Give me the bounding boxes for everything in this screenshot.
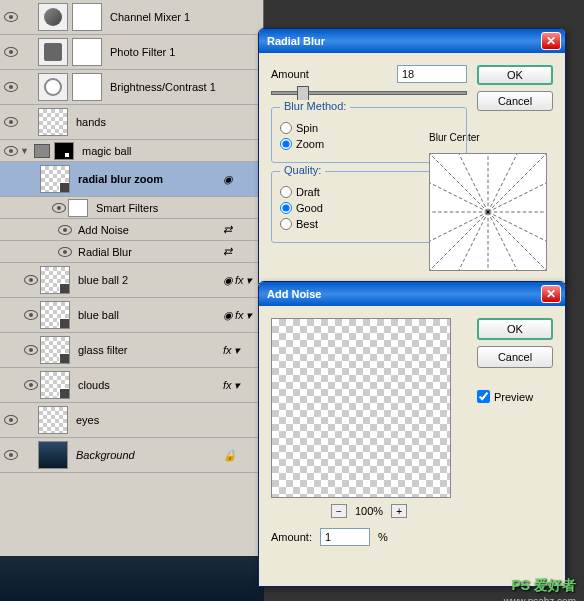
edit-filter-icon[interactable]: ⇄	[223, 245, 232, 258]
radial-blur-dialog: Radial Blur ✕ Amount Blur Method: Spin Z…	[258, 28, 566, 284]
zoom-out-button[interactable]: −	[331, 504, 347, 518]
layer-name: Channel Mixer 1	[106, 11, 263, 23]
chevron-down-icon[interactable]: ▾	[234, 379, 240, 392]
spin-radio[interactable]	[280, 122, 292, 134]
layer-name: magic ball	[78, 145, 263, 157]
amount-label: Amount	[271, 68, 309, 80]
blur-center-preview[interactable]	[429, 153, 547, 271]
dialog-titlebar[interactable]: Radial Blur ✕	[259, 29, 565, 53]
svg-line-6	[488, 183, 546, 212]
dialog-title-text: Add Noise	[263, 288, 541, 300]
zoom-radio[interactable]	[280, 138, 292, 150]
group-title: Blur Method:	[280, 100, 350, 112]
layer-row[interactable]: eyes	[0, 403, 263, 438]
layers-panel: Channel Mixer 1 Photo Filter 1 Brightnes…	[0, 0, 264, 556]
visibility-icon[interactable]	[4, 82, 18, 92]
close-button[interactable]: ✕	[541, 32, 561, 50]
chevron-down-icon[interactable]: ▾	[246, 309, 252, 322]
preview-box	[271, 318, 451, 498]
filter-name: Add Noise	[74, 224, 223, 236]
layer-row[interactable]: blue ball ◉fx▾	[0, 298, 263, 333]
svg-line-0	[430, 154, 488, 212]
visibility-icon[interactable]	[24, 310, 38, 320]
visibility-icon[interactable]	[58, 247, 72, 257]
svg-line-12	[459, 212, 488, 270]
ok-button[interactable]: OK	[477, 65, 553, 85]
zoom-in-button[interactable]: +	[391, 504, 407, 518]
layer-name: Photo Filter 1	[106, 46, 263, 58]
visibility-icon[interactable]	[24, 275, 38, 285]
visibility-icon[interactable]	[52, 203, 66, 213]
layer-name: radial blur zoom	[74, 173, 223, 185]
layer-row-selected[interactable]: radial blur zoom ◉	[0, 162, 263, 197]
zoom-level: 100%	[355, 505, 383, 517]
visibility-icon[interactable]	[4, 117, 18, 127]
filter-name: Radial Blur	[74, 246, 223, 258]
edit-filter-icon[interactable]: ⇄	[223, 223, 232, 236]
expand-arrow-icon[interactable]: ▼	[20, 146, 30, 156]
preview-checkbox[interactable]	[477, 390, 490, 403]
visibility-icon[interactable]	[4, 450, 18, 460]
good-radio[interactable]	[280, 202, 292, 214]
svg-line-5	[430, 183, 488, 212]
group-title: Quality:	[280, 164, 325, 176]
best-radio[interactable]	[280, 218, 292, 230]
dialog-title-text: Radial Blur	[263, 35, 541, 47]
dialog-titlebar[interactable]: Add Noise ✕	[259, 282, 565, 306]
layer-row[interactable]: hands	[0, 105, 263, 140]
draft-radio[interactable]	[280, 186, 292, 198]
svg-line-3	[488, 154, 517, 212]
svg-line-11	[430, 212, 488, 270]
layer-name: blue ball 2	[74, 274, 223, 286]
layer-name: eyes	[72, 414, 263, 426]
svg-line-10	[488, 212, 546, 241]
layer-name: clouds	[74, 379, 223, 391]
chevron-down-icon[interactable]: ▾	[234, 344, 240, 357]
layer-group-row[interactable]: ▼ magic ball	[0, 140, 263, 162]
svg-line-9	[430, 212, 488, 241]
layer-row[interactable]: blue ball 2 ◉fx▾	[0, 263, 263, 298]
filter-row[interactable]: Add Noise ⇄	[0, 219, 263, 241]
layer-row[interactable]: clouds fx▾	[0, 368, 263, 403]
layer-row[interactable]: Background 🔒	[0, 438, 263, 473]
smart-object-icon: ◉	[223, 173, 233, 186]
visibility-icon[interactable]	[4, 146, 18, 156]
amount-input[interactable]	[320, 528, 370, 546]
amount-label: Amount:	[271, 531, 312, 543]
layer-name: glass filter	[74, 344, 223, 356]
svg-line-14	[488, 212, 517, 270]
visibility-icon[interactable]	[58, 225, 72, 235]
close-button[interactable]: ✕	[541, 285, 561, 303]
layer-name: hands	[72, 116, 263, 128]
visibility-icon[interactable]	[24, 345, 38, 355]
visibility-icon[interactable]	[4, 12, 18, 22]
watermark-text: PS 爱好者	[511, 577, 576, 595]
amount-input[interactable]	[397, 65, 467, 83]
visibility-icon[interactable]	[4, 47, 18, 57]
visibility-icon[interactable]	[4, 415, 18, 425]
filter-row[interactable]: Radial Blur ⇄	[0, 241, 263, 263]
layer-row[interactable]: Channel Mixer 1	[0, 0, 263, 35]
cancel-button[interactable]: Cancel	[477, 346, 553, 368]
svg-line-15	[488, 212, 546, 270]
visibility-icon[interactable]	[24, 380, 38, 390]
layer-name: Background	[72, 449, 223, 461]
layer-row[interactable]: glass filter fx▾	[0, 333, 263, 368]
smart-filters-row[interactable]: Smart Filters	[0, 197, 263, 219]
layer-name: Smart Filters	[92, 202, 263, 214]
ok-button[interactable]: OK	[477, 318, 553, 340]
amount-slider[interactable]	[271, 91, 467, 95]
percent-label: %	[378, 531, 388, 543]
smart-object-icon: ◉	[223, 274, 233, 287]
chevron-down-icon[interactable]: ▾	[246, 274, 252, 287]
cancel-button[interactable]: Cancel	[477, 91, 553, 111]
layer-name: Brightness/Contrast 1	[106, 81, 263, 93]
layer-row[interactable]: Photo Filter 1	[0, 35, 263, 70]
svg-line-4	[488, 154, 546, 212]
layer-row[interactable]: Brightness/Contrast 1	[0, 70, 263, 105]
smart-object-icon: ◉	[223, 309, 233, 322]
folder-icon	[34, 144, 50, 158]
svg-line-1	[459, 154, 488, 212]
watermark-url: www.psahz.com	[504, 596, 576, 601]
layer-name: blue ball	[74, 309, 223, 321]
